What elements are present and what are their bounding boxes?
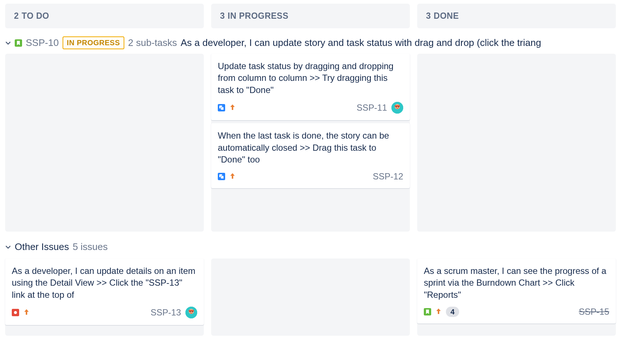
svg-point-9 bbox=[14, 311, 17, 314]
swimlane-issue-key[interactable]: SSP-10 bbox=[26, 37, 59, 49]
assignee-avatar[interactable] bbox=[391, 102, 403, 114]
card-footer: SSP-13 bbox=[12, 307, 197, 318]
card-title: As a scrum master, I can see the progres… bbox=[424, 265, 609, 301]
story-icon bbox=[15, 39, 22, 47]
column-header-in-progress[interactable]: 3 IN PROGRESS bbox=[211, 4, 410, 28]
other-column-in-progress[interactable] bbox=[211, 258, 410, 336]
swimlane-body: Update task status by dragging and dropp… bbox=[5, 54, 616, 232]
svg-rect-4 bbox=[395, 105, 400, 107]
other-issues-header[interactable]: Other Issues 5 issues bbox=[5, 241, 616, 253]
column-header-todo[interactable]: 2 TO DO bbox=[5, 4, 204, 28]
column-count: 3 bbox=[426, 11, 431, 21]
svg-rect-8 bbox=[221, 176, 224, 179]
svg-rect-1 bbox=[221, 107, 224, 110]
svg-point-14 bbox=[192, 311, 193, 313]
swimlane-summary: As a developer, I can update story and t… bbox=[181, 37, 541, 49]
priority-medium-icon bbox=[24, 308, 29, 317]
swimlane-column-todo[interactable] bbox=[5, 54, 204, 232]
other-issues-title: Other Issues bbox=[15, 241, 69, 253]
svg-point-6 bbox=[398, 107, 399, 108]
card-key[interactable]: SSP-13 bbox=[150, 307, 181, 318]
assignee-avatar[interactable] bbox=[185, 307, 197, 318]
estimate-pill: 4 bbox=[446, 307, 459, 317]
column-count: 3 bbox=[220, 11, 225, 21]
subtask-icon bbox=[218, 104, 225, 111]
svg-point-13 bbox=[190, 311, 191, 313]
story-icon bbox=[424, 308, 431, 315]
issue-card[interactable]: As a developer, I can update details on … bbox=[5, 258, 204, 325]
column-header-done[interactable]: 3 DONE bbox=[417, 4, 616, 28]
card-title: As a developer, I can update details on … bbox=[12, 265, 197, 301]
issue-card[interactable]: As a scrum master, I can see the progres… bbox=[417, 258, 616, 324]
swimlane-column-done[interactable] bbox=[417, 54, 616, 232]
board-columns-header: 2 TO DO 3 IN PROGRESS 3 DONE bbox=[5, 4, 616, 28]
priority-medium-icon bbox=[230, 172, 235, 181]
other-column-done[interactable]: As a scrum master, I can see the progres… bbox=[417, 258, 616, 336]
card-footer: 4 SSP-15 bbox=[424, 307, 609, 317]
subtask-count: 2 sub-tasks bbox=[128, 37, 177, 49]
svg-point-5 bbox=[396, 107, 397, 108]
card-footer: SSP-11 bbox=[218, 102, 403, 114]
other-issues-body: As a developer, I can update details on … bbox=[5, 258, 616, 336]
card-key[interactable]: SSP-11 bbox=[356, 103, 387, 113]
svg-rect-12 bbox=[189, 310, 194, 312]
column-title: TO DO bbox=[22, 11, 49, 21]
swimlane-column-in-progress[interactable]: Update task status by dragging and dropp… bbox=[211, 54, 410, 232]
subtask-icon bbox=[218, 173, 225, 180]
issue-card[interactable]: When the last task is done, the story ca… bbox=[211, 123, 410, 188]
chevron-down-icon[interactable] bbox=[5, 40, 11, 46]
other-column-todo[interactable]: As a developer, I can update details on … bbox=[5, 258, 204, 336]
column-title: DONE bbox=[434, 11, 459, 21]
card-title: When the last task is done, the story ca… bbox=[218, 130, 403, 165]
card-key[interactable]: SSP-15 bbox=[579, 307, 609, 317]
status-lozenge: IN PROGRESS bbox=[63, 36, 124, 49]
swimlane-header[interactable]: SSP-10 IN PROGRESS 2 sub-tasks As a deve… bbox=[5, 36, 616, 49]
priority-medium-icon bbox=[230, 104, 235, 112]
card-key[interactable]: SSP-12 bbox=[373, 171, 403, 182]
priority-medium-icon bbox=[436, 308, 441, 316]
issue-card[interactable]: Update task status by dragging and dropp… bbox=[211, 54, 410, 120]
other-issues-count: 5 issues bbox=[72, 241, 107, 253]
bug-icon bbox=[12, 309, 19, 316]
card-footer: SSP-12 bbox=[218, 171, 403, 182]
column-count: 2 bbox=[14, 11, 19, 21]
card-title: Update task status by dragging and dropp… bbox=[218, 60, 403, 96]
column-title: IN PROGRESS bbox=[228, 11, 288, 21]
chevron-down-icon[interactable] bbox=[5, 244, 11, 250]
